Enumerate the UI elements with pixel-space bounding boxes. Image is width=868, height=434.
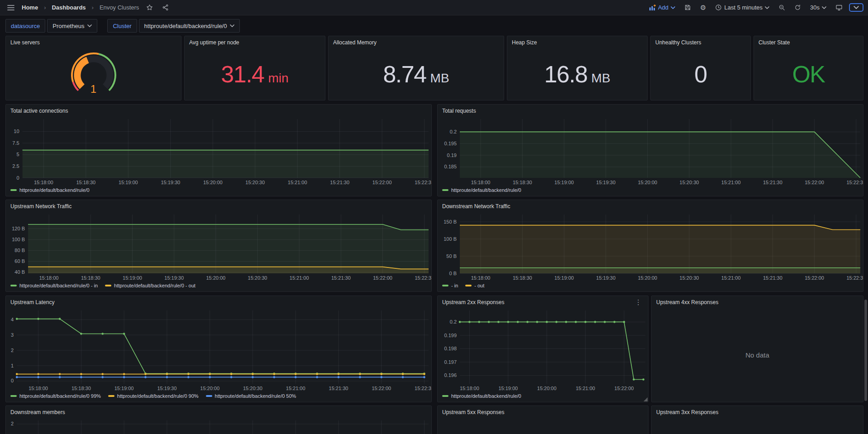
svg-text:50 B: 50 B xyxy=(446,253,457,259)
legend-item[interactable]: - in xyxy=(442,283,458,288)
svg-text:15:18:00: 15:18:00 xyxy=(39,275,59,281)
panel-title[interactable]: Allocated Memory xyxy=(329,36,504,48)
panel-total-active-connections: Total active connections 15:18:0015:18:3… xyxy=(5,104,432,196)
svg-text:0.196: 0.196 xyxy=(444,372,457,378)
chart-total-requests[interactable]: 15:18:0015:18:3015:19:0015:19:3015:20:00… xyxy=(438,116,863,186)
stat-value: 31.4 xyxy=(221,62,264,86)
svg-text:0.198: 0.198 xyxy=(444,346,457,351)
panel-title[interactable]: Upstream 5xx Responses xyxy=(438,406,648,418)
breadcrumb-dashboards[interactable]: Dashboards xyxy=(51,4,86,11)
svg-text:15:22:30: 15:22:30 xyxy=(415,275,431,281)
svg-text:15:19:30: 15:19:30 xyxy=(161,180,180,185)
menu-button[interactable] xyxy=(5,3,17,13)
svg-text:15:22:30: 15:22:30 xyxy=(846,180,863,185)
legend-item[interactable]: httproute/default/backend/rule/0 xyxy=(442,187,521,193)
svg-text:15:19:00: 15:19:00 xyxy=(498,386,518,391)
share-button[interactable] xyxy=(159,2,172,13)
chart-upstream-network-traffic[interactable]: 15:18:0015:18:3015:19:0015:19:3015:20:00… xyxy=(6,212,431,281)
refresh-button[interactable] xyxy=(792,2,804,13)
time-range-picker[interactable]: Last 5 minutes xyxy=(712,2,772,13)
panel-title[interactable]: Downstream Network Traffic xyxy=(438,200,863,212)
panel-resize-handle[interactable] xyxy=(644,397,648,401)
panel-title[interactable]: Cluster State xyxy=(754,36,863,48)
svg-text:0.195: 0.195 xyxy=(444,141,457,146)
chart-upstream-5xx-responses[interactable] xyxy=(438,418,648,434)
chart-upstream-2xx-responses[interactable]: 15:18:0015:19:0015:20:0015:21:0015:22:00… xyxy=(438,308,648,392)
dashboard-variables: datasource Prometheus Cluster httproute/… xyxy=(5,19,240,33)
panel-title[interactable]: Unhealthy Clusters xyxy=(651,36,750,48)
clock-icon xyxy=(715,4,722,11)
panel-title[interactable]: Upstream 2xx Responses ⋮ xyxy=(438,296,648,308)
panel-downstream-members: Downstream members 2 xyxy=(5,405,432,434)
legend-item[interactable]: - out xyxy=(465,283,484,288)
panel-unhealthy-clusters: Unhealthy Clusters 0 xyxy=(650,36,751,100)
chart-upstream-3xx-responses[interactable] xyxy=(652,418,863,434)
breadcrumb-home[interactable]: Home xyxy=(21,4,39,11)
save-icon xyxy=(684,4,691,11)
panel-menu-icon[interactable]: ⋮ xyxy=(633,296,644,308)
svg-text:10: 10 xyxy=(14,129,19,134)
svg-text:0.2: 0.2 xyxy=(450,319,457,324)
stat-value: OK xyxy=(792,62,825,86)
panel-title[interactable]: Upstream 4xx Responses xyxy=(652,296,863,308)
legend-item[interactable]: httproute/default/backend/rule/0 xyxy=(10,187,90,193)
panel-title[interactable]: Downstream members xyxy=(6,406,431,418)
legend-item[interactable]: httproute/default/backend/rule/0 99% xyxy=(10,393,101,399)
stat-unit: MB xyxy=(591,71,610,86)
svg-text:15:22:00: 15:22:00 xyxy=(372,386,391,391)
svg-text:15:18:30: 15:18:30 xyxy=(76,180,95,185)
panel-title[interactable]: Total requests xyxy=(438,105,863,116)
legend-item[interactable]: httproute/default/backend/rule/0 - in xyxy=(10,283,98,288)
svg-text:15:21:30: 15:21:30 xyxy=(330,180,349,185)
panel-heap-size: Heap Size 16.8 MB xyxy=(507,36,648,100)
panel-title[interactable]: Avg uptime per node xyxy=(185,36,325,48)
panel-title[interactable]: Live servers xyxy=(6,36,181,48)
svg-text:15:21:30: 15:21:30 xyxy=(329,386,348,391)
svg-text:15:21:00: 15:21:00 xyxy=(576,386,595,391)
legend-item[interactable]: httproute/default/backend/rule/0 xyxy=(442,393,521,399)
svg-text:15:20:00: 15:20:00 xyxy=(638,275,657,281)
add-panel-button[interactable]: Add xyxy=(646,2,678,13)
svg-text:15:18:30: 15:18:30 xyxy=(72,386,91,391)
svg-text:15:21:30: 15:21:30 xyxy=(763,275,782,281)
panel-title[interactable]: Total active connections xyxy=(6,105,431,116)
svg-text:15:19:30: 15:19:30 xyxy=(596,275,615,281)
refresh-interval-dropdown[interactable]: 30s xyxy=(807,2,829,13)
svg-text:15:18:00: 15:18:00 xyxy=(471,275,491,281)
svg-text:15:21:00: 15:21:00 xyxy=(290,275,309,281)
chevron-down-icon xyxy=(230,24,234,27)
panel-title[interactable]: Upstream Network Traffic xyxy=(6,200,431,212)
panel-upstream-2xx-responses: Upstream 2xx Responses ⋮ 15:18:0015:19:0… xyxy=(437,296,649,402)
variable-cluster-select[interactable]: httproute/default/backend/rule/0 xyxy=(139,19,240,33)
collapse-topbar-button[interactable] xyxy=(849,3,863,12)
chart-legend: httproute/default/backend/rule/0 xyxy=(438,186,863,196)
chart-downstream-network-traffic[interactable]: 15:18:0015:18:3015:19:0015:19:3015:20:00… xyxy=(438,212,863,281)
stat-unit: min xyxy=(268,71,289,86)
svg-text:15:18:00: 15:18:00 xyxy=(29,386,48,391)
variable-datasource-select[interactable]: Prometheus xyxy=(47,19,97,33)
gauge-value: 1 xyxy=(6,83,181,95)
legend-item[interactable]: httproute/default/backend/rule/0 50% xyxy=(206,393,296,399)
panel-title[interactable]: Upstream Latency xyxy=(6,296,431,308)
refresh-interval-label: 30s xyxy=(810,4,820,11)
page-scrollbar[interactable] xyxy=(864,300,867,401)
svg-text:15:19:30: 15:19:30 xyxy=(164,275,184,281)
chart-total-active-connections[interactable]: 15:18:0015:18:3015:19:0015:19:3015:20:00… xyxy=(6,116,431,186)
panel-title[interactable]: Heap Size xyxy=(507,36,647,48)
legend-item[interactable]: httproute/default/backend/rule/0 90% xyxy=(108,393,199,399)
chart-downstream-members[interactable]: 2 xyxy=(6,418,431,434)
save-dashboard-button[interactable] xyxy=(682,2,694,13)
add-label: Add xyxy=(658,4,668,11)
dashboard-settings-button[interactable]: ⚙ xyxy=(697,2,709,13)
legend-swatch xyxy=(108,395,114,397)
panel-upstream-network-traffic: Upstream Network Traffic 15:18:0015:18:3… xyxy=(5,200,432,292)
legend-item[interactable]: httproute/default/backend/rule/0 - out xyxy=(105,283,196,288)
panel-title[interactable]: Upstream 3xx Responses xyxy=(652,406,863,418)
chart-upstream-latency[interactable]: 15:18:0015:18:3015:19:0015:19:3015:20:00… xyxy=(6,308,431,392)
svg-text:100 B: 100 B xyxy=(12,237,25,242)
zoom-out-button[interactable] xyxy=(776,2,788,13)
kiosk-mode-button[interactable] xyxy=(833,2,845,13)
panel-allocated-memory: Allocated Memory 8.74 MB xyxy=(328,36,504,100)
add-chart-icon xyxy=(649,4,656,11)
favorite-button[interactable] xyxy=(143,2,156,13)
